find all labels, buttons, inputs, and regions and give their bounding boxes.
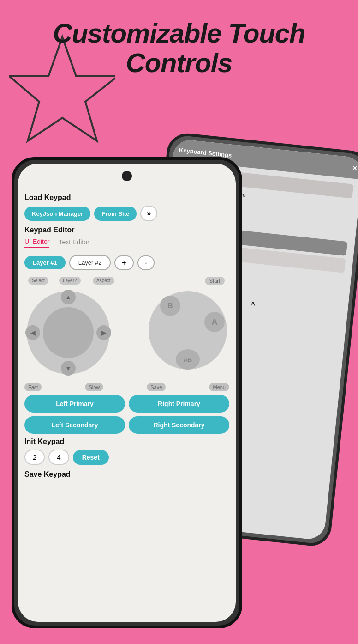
save-game-button[interactable]: Save xyxy=(147,383,166,391)
left-primary-button[interactable]: Left Primary xyxy=(24,395,125,413)
tab-text-editor[interactable]: Text Editor xyxy=(59,238,89,248)
select-button[interactable]: Select xyxy=(28,277,48,285)
start-button[interactable]: Start xyxy=(205,277,225,285)
slow-button[interactable]: Slow xyxy=(85,383,103,391)
editor-tabs: UI Editor Text Editor xyxy=(24,238,229,248)
keyjson-manager-button[interactable]: KeyJson Manager xyxy=(24,207,90,221)
remove-layer-button[interactable]: - xyxy=(137,255,155,270)
gamepad-area: Select Layer2 Aspect Start ▲ ▼ ◀ ▶ xyxy=(24,275,229,381)
fast-button[interactable]: Fast xyxy=(24,383,42,391)
keypad-editor-label: Keypad Editor xyxy=(24,226,229,234)
action-row: Fast Slow Save Menu xyxy=(24,383,229,391)
dpad-down-button[interactable]: ▼ xyxy=(61,361,76,376)
from-site-button[interactable]: From Site xyxy=(94,207,137,221)
right-primary-button[interactable]: Right Primary xyxy=(129,395,229,413)
layer2-button[interactable]: Layer #2 xyxy=(69,255,111,270)
right-secondary-button[interactable]: Right Secondary xyxy=(129,416,229,434)
init-row: 2 4 Reset xyxy=(24,450,229,465)
init-num2[interactable]: 4 xyxy=(48,450,69,465)
phone-main-screen: Load Keypad KeyJson Manager From Site » … xyxy=(18,164,236,622)
reset-button[interactable]: Reset xyxy=(73,450,109,465)
add-layer-button[interactable]: + xyxy=(114,255,133,270)
layer-row: Layer #1 Layer #2 + - xyxy=(24,255,229,270)
menu-button[interactable]: Menu xyxy=(209,383,229,391)
b-button[interactable]: B xyxy=(160,296,180,316)
dpad-left-button[interactable]: ◀ xyxy=(25,325,40,340)
screen-content: Load Keypad KeyJson Manager From Site » … xyxy=(18,189,236,622)
close-icon[interactable]: ✕ xyxy=(352,164,358,172)
layer2-small-button[interactable]: Layer2 xyxy=(59,277,81,285)
dpad-circle: ▲ ▼ ◀ ▶ xyxy=(27,291,110,374)
abxy-container: B A AB xyxy=(146,286,229,379)
dpad-right-button[interactable]: ▶ xyxy=(96,325,111,340)
a-button[interactable]: A xyxy=(204,312,225,332)
page-title-area: Customizable Touch Controls xyxy=(0,18,358,78)
page-title-line2: Controls xyxy=(0,48,358,78)
tab-ui-editor[interactable]: UI Editor xyxy=(24,238,49,248)
dpad-up-button[interactable]: ▲ xyxy=(61,290,76,304)
init-keypad-label: Init Keypad xyxy=(24,437,229,446)
dpad-container: ▲ ▼ ◀ ▶ xyxy=(24,286,112,379)
save-keypad-label: Save Keypad xyxy=(24,470,229,479)
action-buttons-grid: Left Primary Right Primary Left Secondar… xyxy=(24,395,229,434)
left-secondary-button[interactable]: Left Secondary xyxy=(24,416,125,434)
init-num1[interactable]: 2 xyxy=(24,450,45,465)
phone-main: Load Keypad KeyJson Manager From Site » … xyxy=(12,157,242,628)
layer1-button[interactable]: Layer #1 xyxy=(24,256,66,269)
load-row: KeyJson Manager From Site » xyxy=(24,206,229,221)
load-keypad-label: Load Keypad xyxy=(24,194,229,202)
page-title-line1: Customizable Touch xyxy=(0,18,358,48)
dpad-inner: ▲ ▼ ◀ ▶ xyxy=(43,307,94,358)
aspect-button[interactable]: Aspect xyxy=(93,277,114,285)
chevron-button[interactable]: » xyxy=(140,206,157,221)
ab-button[interactable]: AB xyxy=(176,349,200,370)
phone-notch xyxy=(122,171,132,181)
